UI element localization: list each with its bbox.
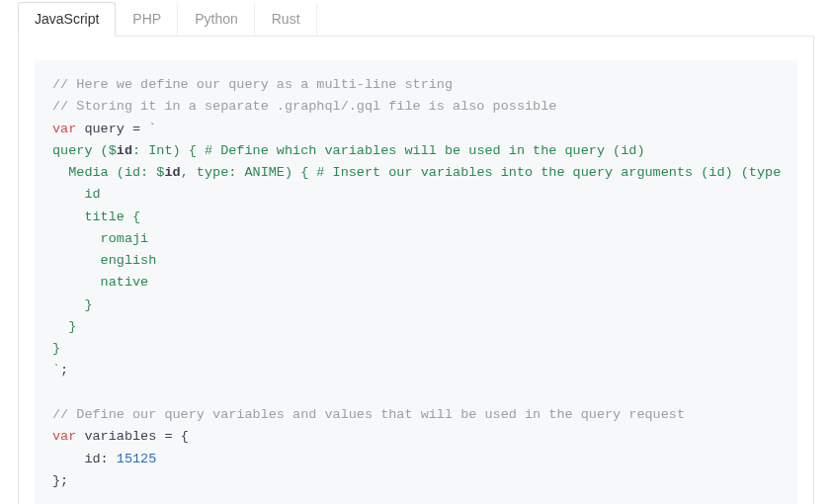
code-string: id [52, 187, 101, 202]
code-string: native [52, 275, 148, 290]
code-string: query ($ [52, 143, 117, 158]
code-text: }; [52, 473, 68, 488]
code-attr: id [84, 452, 100, 466]
code-string: } [52, 297, 93, 312]
code-string: ` [52, 363, 60, 378]
code-text: variables = { [76, 429, 188, 444]
code-block: // Here we define our query as a multi-l… [35, 60, 797, 504]
code-var: id [117, 143, 132, 158]
code-comment: // Storing it in a separate .graphql/.gq… [52, 99, 556, 114]
code-comment-inline: # Insert our variables into the query ar… [316, 165, 781, 180]
code-punc: : [101, 452, 117, 466]
code-string: } [52, 319, 76, 334]
code-text [52, 452, 84, 466]
code-number: 15125 [117, 452, 157, 466]
code-string: Media (id: $ [52, 165, 164, 180]
code-string: title { [52, 210, 140, 224]
tab-python[interactable]: Python [178, 2, 255, 36]
code-string: , type: ANIME) { [181, 165, 317, 180]
code-string: romaji [52, 231, 148, 246]
code-comment: // Define our query variables and values… [52, 407, 685, 422]
tab-php[interactable]: PHP [116, 2, 178, 36]
code-string: } [52, 341, 60, 356]
tab-rust[interactable]: Rust [255, 2, 317, 36]
code-string: english [52, 253, 156, 268]
code-comment: // Here we define our query as a multi-l… [52, 77, 453, 92]
code-var: id [164, 165, 180, 180]
tab-content: // Here we define our query as a multi-l… [18, 37, 814, 504]
code-keyword: var [52, 429, 76, 444]
tab-javascript[interactable]: JavaScript [18, 2, 116, 37]
code-string: ` [148, 122, 156, 136]
code-text: query = [76, 122, 148, 136]
code-punc: ; [60, 363, 68, 378]
language-tabs: JavaScript PHP Python Rust [18, 2, 814, 37]
code-comment-inline: # Define which variables will be used in… [205, 143, 645, 158]
code-keyword: var [52, 122, 76, 136]
code-string: : Int) { [132, 143, 205, 158]
